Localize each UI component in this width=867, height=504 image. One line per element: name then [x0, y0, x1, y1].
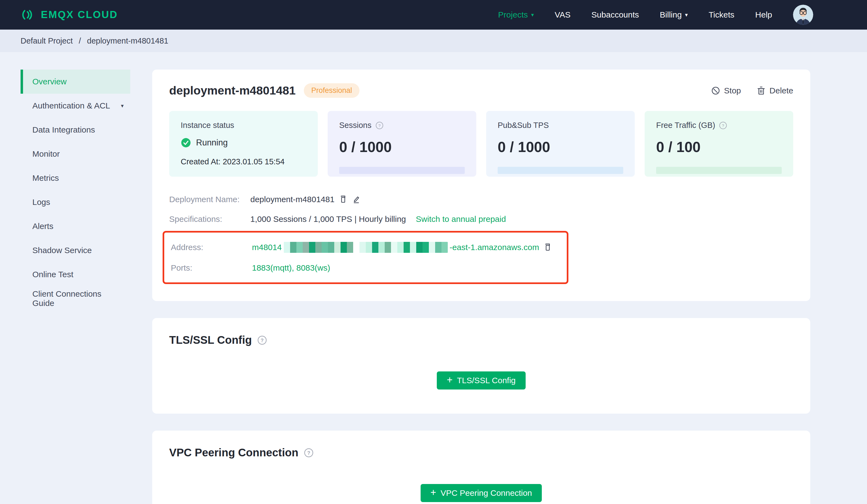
- top-navbar: EMQX CLOUD Projects ▾ VAS Subaccounts Bi…: [0, 0, 867, 30]
- deployment-name-label: Deployment Name:: [169, 195, 250, 204]
- copy-icon[interactable]: [339, 195, 347, 204]
- svg-text:?: ?: [722, 123, 724, 128]
- sessions-card: Sessions ? 0 / 1000: [328, 111, 476, 177]
- nav-help[interactable]: Help: [755, 10, 772, 20]
- add-tls-ssl-config-button[interactable]: + TLS/SSL Config: [437, 371, 525, 390]
- breadcrumb-separator: /: [79, 36, 81, 45]
- tls-ssl-section: TLS/SSL Config ? + TLS/SSL Config: [152, 318, 810, 414]
- deployment-name-value: deployment-m4801481: [250, 195, 334, 204]
- ports-label: Ports:: [171, 263, 252, 273]
- deployment-overview-card: deployment-m4801481 Professional Stop: [152, 69, 810, 301]
- sessions-value: 0 / 1000: [339, 139, 465, 155]
- delete-button[interactable]: Delete: [757, 86, 793, 95]
- nav-vas[interactable]: VAS: [555, 10, 570, 20]
- trash-icon: [757, 86, 766, 95]
- specifications-row: Specifications: 1,000 Sessions / 1,000 T…: [169, 215, 793, 224]
- sidebar-item-logs[interactable]: Logs: [21, 190, 130, 214]
- svg-text:?: ?: [307, 450, 310, 456]
- emqx-logo[interactable]: EMQX CLOUD: [21, 8, 118, 21]
- sidebar-item-monitor[interactable]: Monitor: [21, 142, 130, 166]
- emqx-logo-icon: [21, 8, 34, 21]
- help-icon[interactable]: ?: [304, 448, 314, 458]
- ports-row: Ports: 1883(mqtt), 8083(ws): [171, 263, 567, 273]
- address-row: Address: m48014 -east-1.amazonaws.com: [171, 242, 567, 253]
- nav-tickets[interactable]: Tickets: [708, 10, 734, 20]
- specifications-label: Specifications:: [169, 215, 250, 224]
- sidebar: Overview Authentication & ACL ▾ Data Int…: [21, 69, 130, 504]
- nav-billing[interactable]: Billing ▾: [660, 10, 688, 20]
- add-vpc-peering-button[interactable]: + VPC Peering Connection: [421, 484, 542, 502]
- pubsub-tps-value: 0 / 1000: [497, 139, 623, 155]
- help-icon[interactable]: ?: [375, 121, 384, 130]
- free-traffic-value: 0 / 100: [656, 139, 782, 155]
- deployment-title: deployment-m4801481: [169, 84, 296, 97]
- sidebar-item-alerts[interactable]: Alerts: [21, 214, 130, 238]
- ports-value: 1883(mqtt), 8083(ws): [252, 263, 330, 273]
- caret-down-icon: ▾: [121, 102, 124, 109]
- sidebar-item-client-connections-guide[interactable]: Client Connections Guide: [21, 286, 130, 311]
- specifications-value: 1,000 Sessions / 1,000 TPS | Hourly bill…: [250, 215, 406, 224]
- address-redacted-mosaic: [284, 242, 448, 253]
- plus-icon: +: [447, 375, 452, 385]
- address-suffix: -east-1.amazonaws.com: [449, 243, 539, 252]
- free-traffic-progressbar: [656, 167, 782, 174]
- plus-icon: +: [430, 487, 436, 497]
- edit-icon[interactable]: [352, 195, 360, 204]
- pubsub-tps-progressbar: [497, 167, 623, 174]
- copy-icon[interactable]: [544, 243, 552, 252]
- vpc-peering-title: VPC Peering Connection: [169, 447, 298, 459]
- free-traffic-card: Free Traffic (GB) ? 0 / 100: [645, 111, 793, 177]
- address-label: Address:: [171, 243, 252, 252]
- address-prefix: m48014: [252, 243, 281, 252]
- help-icon[interactable]: ?: [719, 121, 727, 130]
- sidebar-item-authentication-acl[interactable]: Authentication & ACL ▾: [21, 94, 130, 118]
- pubsub-tps-card: Pub&Sub TPS 0 / 1000: [486, 111, 635, 177]
- breadcrumb-project[interactable]: Default Project: [21, 36, 73, 45]
- user-avatar[interactable]: [793, 5, 813, 25]
- stop-button[interactable]: Stop: [711, 86, 741, 95]
- sidebar-item-data-integrations[interactable]: Data Integrations: [21, 118, 130, 142]
- brand-name: EMQX CLOUD: [41, 9, 118, 21]
- caret-down-icon: ▾: [685, 12, 688, 18]
- address-highlight-box: Address: m48014 -east-1.amazonaws.com: [163, 231, 568, 284]
- sidebar-item-online-test[interactable]: Online Test: [21, 262, 130, 286]
- svg-text:?: ?: [378, 123, 381, 128]
- top-nav: Projects ▾ VAS Subaccounts Billing ▾ Tic…: [498, 10, 772, 20]
- help-icon[interactable]: ?: [257, 335, 267, 345]
- sidebar-item-overview[interactable]: Overview: [21, 69, 130, 94]
- nav-projects[interactable]: Projects ▾: [498, 10, 534, 20]
- plan-badge: Professional: [304, 83, 360, 98]
- nav-subaccounts[interactable]: Subaccounts: [591, 10, 639, 20]
- switch-annual-prepaid-link[interactable]: Switch to annual prepaid: [416, 215, 506, 224]
- vpc-peering-section: VPC Peering Connection ? + VPC Peering C…: [152, 430, 810, 504]
- check-circle-icon: [181, 138, 191, 148]
- sidebar-item-shadow-service[interactable]: Shadow Service: [21, 238, 130, 262]
- instance-status-card: Instance status Running Created At: 2023…: [169, 111, 318, 177]
- caret-down-icon: ▾: [531, 12, 534, 18]
- breadcrumb: Default Project / deployment-m4801481: [0, 30, 867, 52]
- svg-text:?: ?: [261, 338, 264, 343]
- stop-icon: [711, 86, 720, 95]
- breadcrumb-deployment: deployment-m4801481: [87, 36, 168, 45]
- created-at: Created At: 2023.01.05 15:54: [181, 157, 306, 166]
- sidebar-item-metrics[interactable]: Metrics: [21, 166, 130, 190]
- tls-ssl-title: TLS/SSL Config: [169, 334, 252, 346]
- sessions-progressbar: [339, 167, 465, 174]
- instance-status-value: Running: [196, 138, 227, 147]
- deployment-name-row: Deployment Name: deployment-m4801481: [169, 195, 793, 204]
